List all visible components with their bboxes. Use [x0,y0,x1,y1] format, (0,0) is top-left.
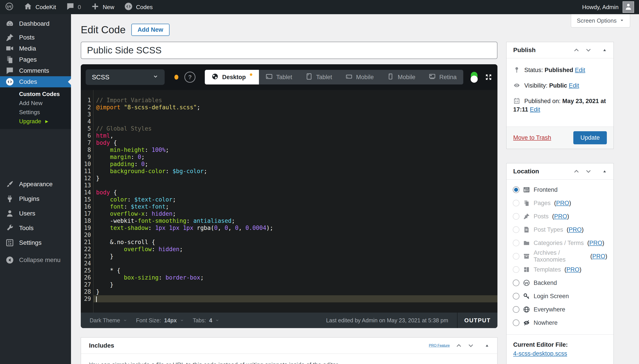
sidebar-item-posts[interactable]: Posts [0,32,71,43]
radio-button[interactable] [513,293,519,300]
edit-link[interactable]: Edit [575,67,585,74]
active-item-arrow [68,79,71,85]
location-option-frontend[interactable]: Frontend [513,183,607,196]
location-option-pages[interactable]: Pages(PRO) [513,196,607,210]
tab-mobile-landscape[interactable]: Mobile [339,70,381,84]
radio-button[interactable] [513,226,519,233]
location-option-label: Post Types [534,226,563,233]
pro-link[interactable]: PRO [592,253,605,260]
location-option-archives-taxonomies[interactable]: Archives / Taxonomies(PRO) [513,250,607,263]
sidebar-item-collapse-menu[interactable]: Collapse menu [0,253,71,267]
order-down-icon[interactable] [585,168,592,175]
calendar-icon [513,97,520,104]
code-area[interactable]: 1234567891011121314151617181920212223242… [81,90,497,312]
site-name-menu[interactable]: CodeKit [19,0,61,14]
pro-link[interactable]: PRO [566,266,579,273]
mobile-landscape-icon [346,73,353,82]
location-option-templates[interactable]: Templates(PRO) [513,263,607,276]
current-editor-file-link[interactable]: 4-scss-desktop.scss [513,350,567,357]
tab-mobile-portrait[interactable]: Mobile [380,70,422,84]
location-option-post-types[interactable]: Post Types(PRO) [513,223,607,236]
sidebar-item-codes[interactable]: Codes [0,76,71,87]
sidebar-subitem-add-new[interactable]: Add New [0,99,71,108]
radio-button[interactable] [513,213,519,220]
code-line [93,232,497,238]
radio-button[interactable] [513,200,519,206]
comments-menu[interactable]: 0 [61,0,86,14]
tabs-select[interactable]: Tabs: 4 [193,317,219,324]
line-number: 15 [81,196,93,203]
move-to-trash-link[interactable]: Move to Trash [513,134,551,141]
radio-button[interactable] [513,320,519,326]
radio-button[interactable] [513,186,519,193]
order-up-icon[interactable] [573,47,580,54]
order-down-icon[interactable] [585,47,592,54]
pro-link[interactable]: PRO [589,240,602,246]
font-size-select[interactable]: Font Size: 14px [136,317,184,324]
theme-select[interactable]: Dark Theme [90,317,127,324]
update-button[interactable]: Update [573,131,607,144]
location-option-backend[interactable]: Backend [513,276,607,290]
location-option-nowhere[interactable]: Nowhere [513,316,607,330]
fullscreen-icon[interactable] [485,73,493,81]
pin-icon [523,213,530,220]
order-up-icon[interactable] [456,342,462,349]
line-number: 27 [81,281,93,288]
sidebar-item-pages[interactable]: Pages [0,54,71,65]
collapse-triangle-icon[interactable] [602,48,607,52]
sidebar-item-dashboard[interactable]: Dashboard [0,18,71,29]
pro-feature-link[interactable]: PRO Feature [429,344,450,348]
sidebar-item-tools[interactable]: Tools [0,221,71,236]
order-down-icon[interactable] [467,342,474,349]
location-title: Location [513,168,573,175]
pro-link[interactable]: PRO [556,200,569,206]
tab-tablet-landscape[interactable]: Tablet [259,70,299,84]
sidebar-item-users[interactable]: Users [0,206,71,221]
collapse-triangle-icon[interactable] [485,344,489,348]
location-option-categories-terms[interactable]: Categories / Terms(PRO) [513,236,607,250]
language-select[interactable]: SCSS [86,70,165,85]
edit-link[interactable]: Edit [530,106,540,113]
screen-options-button[interactable]: Screen Options [571,14,630,28]
new-menu[interactable]: New [86,0,119,14]
tab-retina[interactable]: Retina [422,70,463,84]
output-tab[interactable]: OUTPUT [457,312,497,328]
radio-button[interactable] [513,266,519,273]
radio-button[interactable] [513,253,519,260]
compile-toggle[interactable] [471,72,477,82]
radio-button[interactable] [513,306,519,313]
sidebar-item-plugins[interactable]: Plugins [0,192,71,206]
sidebar-item-appearance[interactable]: Appearance [0,177,71,192]
help-icon[interactable]: ? [184,72,195,83]
sidebar-item-media[interactable]: Media [0,43,71,54]
radio-button[interactable] [513,240,519,246]
sidebar-item-comments[interactable]: Comments [0,65,71,76]
location-option-posts[interactable]: Posts(PRO) [513,210,607,223]
pin-icon [5,33,14,42]
codes-menu[interactable]: Codes [119,0,158,14]
line-number: 29 [81,295,93,302]
sidebar-subitem-upgrade[interactable]: Upgrade► [0,117,71,126]
location-option-everywhere[interactable]: Everywhere [513,303,607,316]
account-menu[interactable]: Howdy, Admin [582,1,639,13]
radio-button[interactable] [513,280,519,286]
add-new-button[interactable]: Add New [131,24,170,36]
pro-link[interactable]: PRO [554,213,567,220]
pro-link[interactable]: PRO [569,226,582,233]
collapse-triangle-icon[interactable] [602,169,607,174]
order-up-icon[interactable] [573,168,580,175]
code-title-input[interactable] [81,42,497,59]
location-option-login-screen[interactable]: Login Screen [513,290,607,303]
publish-row-label: Published on: [524,98,561,104]
line-number: 18 [81,217,93,224]
sidebar-item-settings[interactable]: Settings [0,236,71,250]
wordpress-logo-icon [5,2,14,12]
tab-tablet-portrait[interactable]: Tablet [299,70,339,84]
code-circle-icon [5,77,14,86]
sidebar-subitem-settings[interactable]: Settings [0,108,71,117]
tab-earth[interactable]: Desktop [205,70,259,84]
wp-logo-menu[interactable] [0,0,19,14]
sidebar-subitem-custom-codes[interactable]: Custom Codes [0,90,71,99]
line-number: 2 [81,104,93,111]
edit-link[interactable]: Edit [569,82,579,89]
